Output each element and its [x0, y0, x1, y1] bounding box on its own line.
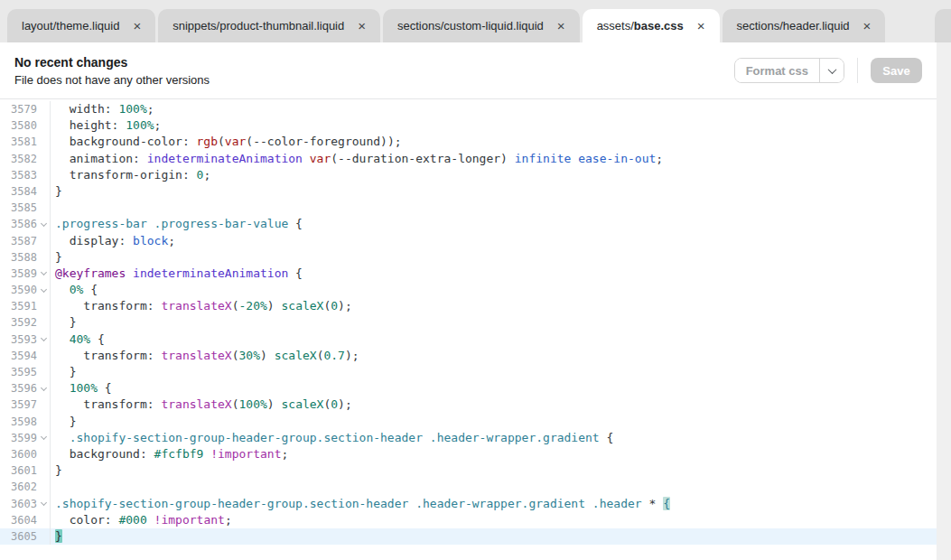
tab-custom-liquid[interactable]: sections/custom-liquid.liquid × — [383, 9, 580, 42]
line-number[interactable]: 3588 — [0, 249, 37, 266]
code-line-3591[interactable]: 3591 transform: translateX(-20%) scaleX(… — [0, 298, 937, 314]
tab-partial-offscreen[interactable] — [935, 9, 951, 42]
line-number[interactable]: 3604 — [0, 512, 37, 528]
line-number[interactable]: 3581 — [0, 134, 37, 150]
code-text[interactable]: transform: translateX(-20%) scaleX(0); — [51, 298, 352, 314]
fold-chevron-icon[interactable] — [40, 434, 46, 440]
code-line-3594[interactable]: 3594 transform: translateX(30%) scaleX(0… — [0, 348, 937, 364]
code-line-3597[interactable]: 3597 transform: translateX(100%) scaleX(… — [0, 397, 937, 413]
code-text[interactable]: background: #fcfbf9 !important; — [51, 446, 288, 462]
code-text[interactable]: display: block; — [51, 233, 175, 249]
fold-chevron-icon[interactable] — [40, 385, 46, 391]
line-number[interactable]: 3593 — [0, 331, 37, 348]
line-number[interactable]: 3598 — [0, 414, 37, 430]
code-text[interactable]: .shopify-section-group-header-group.sect… — [51, 430, 613, 446]
line-number[interactable]: 3584 — [0, 183, 37, 200]
tab-base-css-active[interactable]: assets/base.css × — [583, 9, 720, 42]
code-line-3593[interactable]: 3593 40% { — [0, 331, 937, 348]
line-number[interactable]: 3579 — [0, 101, 37, 117]
code-text[interactable]: background-color: rgb(var(--color-foregr… — [51, 134, 402, 150]
line-number[interactable]: 3585 — [0, 200, 37, 216]
code-text[interactable]: 100% { — [51, 380, 112, 397]
tab-close-icon[interactable]: × — [133, 19, 141, 33]
fold-chevron-icon[interactable] — [40, 499, 46, 506]
code-line-3603[interactable]: 3603.shopify-section-group-header-group.… — [0, 496, 937, 512]
fold-chevron-icon[interactable] — [40, 220, 46, 227]
line-number[interactable]: 3596 — [0, 380, 37, 397]
line-number[interactable]: 3589 — [0, 266, 37, 282]
code-text[interactable]: } — [51, 364, 76, 380]
fold-chevron-icon[interactable] — [40, 269, 46, 275]
code-line-3590[interactable]: 3590 0% { — [0, 282, 937, 298]
code-line-3581[interactable]: 3581 background-color: rgb(var(--color-f… — [0, 134, 937, 150]
line-number[interactable]: 3605 — [0, 528, 37, 545]
line-number[interactable]: 3594 — [0, 348, 37, 364]
fold-chevron-icon[interactable] — [40, 335, 46, 341]
code-line-3585[interactable]: 3585 — [0, 200, 937, 216]
tab-close-icon[interactable]: × — [557, 19, 565, 33]
code-line-3599[interactable]: 3599 .shopify-section-group-header-group… — [0, 430, 937, 446]
line-number[interactable]: 3603 — [0, 496, 37, 512]
code-line-3602[interactable]: 3602 — [0, 479, 937, 495]
code-text[interactable]: width: 100%; — [51, 101, 154, 117]
code-line-3583[interactable]: 3583 transform-origin: 0; — [0, 167, 937, 183]
line-number[interactable]: 3595 — [0, 364, 37, 380]
line-number[interactable]: 3602 — [0, 479, 37, 495]
tab-product-thumbnail[interactable]: snippets/product-thumbnail.liquid × — [158, 9, 380, 42]
code-line-3596[interactable]: 3596 100% { — [0, 380, 937, 397]
code-text[interactable]: animation: indeterminateAnimation var(--… — [51, 151, 663, 167]
code-line-3588[interactable]: 3588} — [0, 249, 937, 266]
tab-close-icon[interactable]: × — [697, 19, 705, 33]
line-number[interactable]: 3599 — [0, 430, 37, 446]
code-text[interactable]: } — [51, 414, 76, 430]
code-text[interactable]: } — [51, 183, 62, 200]
code-line-3595[interactable]: 3595 } — [0, 364, 937, 380]
code-text[interactable]: @keyframes indeterminateAnimation { — [51, 266, 303, 282]
code-text[interactable]: } — [51, 249, 62, 266]
code-text[interactable]: color: #000 !important; — [51, 512, 232, 528]
line-number[interactable]: 3590 — [0, 282, 37, 298]
save-button[interactable]: Save — [871, 58, 922, 83]
tab-close-icon[interactable]: × — [358, 19, 366, 33]
code-line-3587[interactable]: 3587 display: block; — [0, 233, 937, 249]
code-line-3589[interactable]: 3589@keyframes indeterminateAnimation { — [0, 266, 937, 282]
code-line-3604[interactable]: 3604 color: #000 !important; — [0, 512, 937, 528]
code-text[interactable] — [51, 200, 55, 216]
code-text[interactable]: transform: translateX(100%) scaleX(0); — [51, 397, 352, 413]
code-line-3598[interactable]: 3598 } — [0, 414, 937, 430]
code-text[interactable]: } — [51, 528, 62, 545]
line-number[interactable]: 3591 — [0, 298, 37, 314]
code-line-3584[interactable]: 3584} — [0, 183, 937, 200]
code-text[interactable]: transform: translateX(30%) scaleX(0.7); — [51, 348, 359, 364]
code-line-3601[interactable]: 3601} — [0, 462, 937, 479]
tab-close-icon[interactable]: × — [863, 19, 872, 33]
line-number[interactable]: 3582 — [0, 151, 37, 167]
code-line-3580[interactable]: 3580 height: 100%; — [0, 117, 937, 134]
code-editor[interactable]: 3579 width: 100%;3580 height: 100%;3581 … — [0, 99, 937, 560]
code-line-3582[interactable]: 3582 animation: indeterminateAnimation v… — [0, 151, 937, 167]
code-text[interactable]: } — [51, 462, 62, 479]
tab-layout-theme[interactable]: layout/theme.liquid × — [7, 9, 155, 42]
code-text[interactable] — [51, 479, 55, 495]
code-text[interactable]: } — [51, 314, 76, 331]
code-text[interactable]: 40% { — [51, 331, 105, 348]
code-line-3579[interactable]: 3579 width: 100%; — [0, 101, 937, 117]
code-line-3605[interactable]: 3605} — [0, 528, 937, 545]
code-text[interactable]: .shopify-section-group-header-group.sect… — [51, 496, 670, 512]
line-number[interactable]: 3583 — [0, 167, 37, 183]
code-line-3592[interactable]: 3592 } — [0, 314, 937, 331]
line-number[interactable]: 3587 — [0, 233, 37, 249]
format-dropdown-button[interactable] — [819, 59, 844, 82]
code-line-3600[interactable]: 3600 background: #fcfbf9 !important; — [0, 446, 937, 462]
tab-header-liquid[interactable]: sections/header.liquid × — [723, 9, 886, 42]
code-line-3586[interactable]: 3586.progress-bar .progress-bar-value { — [0, 216, 937, 232]
line-number[interactable]: 3580 — [0, 117, 37, 134]
line-number[interactable]: 3600 — [0, 446, 37, 462]
format-css-button[interactable]: Format css — [735, 59, 819, 82]
line-number[interactable]: 3592 — [0, 314, 37, 331]
code-text[interactable]: 0% { — [51, 282, 98, 298]
code-text[interactable]: transform-origin: 0; — [51, 167, 210, 183]
fold-chevron-icon[interactable] — [40, 286, 46, 293]
line-number[interactable]: 3586 — [0, 216, 37, 232]
line-number[interactable]: 3601 — [0, 462, 37, 479]
